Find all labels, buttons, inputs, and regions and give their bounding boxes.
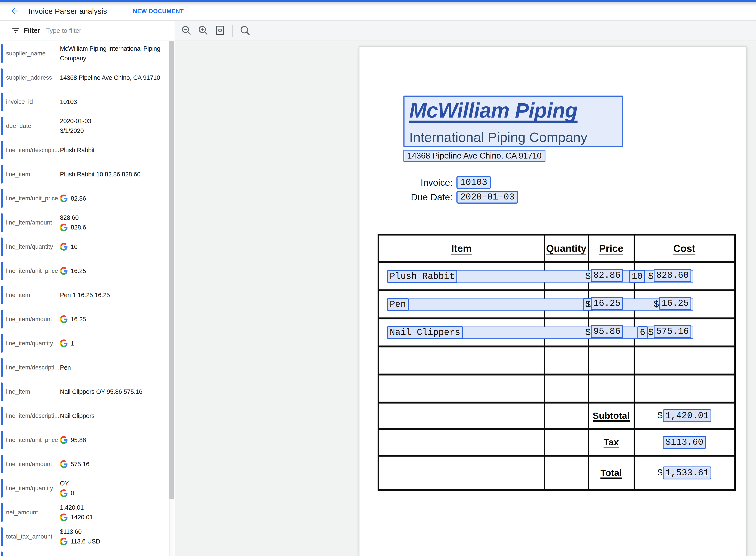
field-row[interactable]: line_item/descripti...Pen	[0, 355, 169, 380]
line-item-highlight[interactable]: Plush Rabbit10$82.86$828.60	[387, 271, 693, 282]
field-row[interactable]: supplier_nameMcWilliam Piping Internatio…	[0, 41, 169, 66]
currency-symbol: $	[657, 411, 663, 421]
field-row[interactable]: line_item/amount575.16	[0, 452, 169, 476]
field-row[interactable]: line_item/quantity1	[0, 331, 169, 355]
quantity-box[interactable]: 6	[637, 326, 648, 339]
field-highlight-pill	[1, 117, 3, 135]
quantity-box[interactable]: 10	[629, 270, 645, 283]
filter-label: Filter	[24, 27, 40, 35]
field-highlight-pill	[1, 552, 3, 556]
field-values: 14368 Pipeline Ave Chino, CA 91710	[60, 73, 164, 82]
item-description-box[interactable]: Plush Rabbit	[387, 270, 457, 283]
zoom-out-button[interactable]	[178, 21, 195, 41]
field-values: OY0	[60, 479, 164, 498]
field-row[interactable]: line_item/amount828.60828.6	[0, 210, 169, 235]
field-highlight-pill	[1, 407, 3, 425]
filter-input[interactable]	[46, 27, 141, 34]
total-amount-box[interactable]: 1,533.61	[663, 466, 711, 480]
sidebar-scrollbar-track[interactable]	[169, 41, 174, 556]
invoice-number-label: Invoice:	[398, 177, 453, 188]
document-canvas[interactable]: McWilliam Piping International Piping Co…	[175, 41, 756, 556]
invoice-line-row: Nail Clippers6$95.86$575.16	[379, 317, 734, 346]
amount-box[interactable]: 16.25	[659, 297, 691, 310]
invoice-line-row: Pen1$16.25$16.25	[379, 289, 734, 317]
item-description-box[interactable]: Pen	[387, 298, 409, 311]
field-value: 1,420.01	[60, 503, 84, 513]
field-label: line_item/unit_price	[6, 437, 60, 443]
total-amount-box[interactable]: $113.60	[663, 436, 706, 449]
supplier-address-highlight[interactable]: 14368 Pipeline Ave Chino, CA 91710	[404, 150, 545, 162]
field-values: Plush Rabbit	[60, 145, 164, 155]
field-row[interactable]: total_tax_amount$113.60113.6 USD	[0, 524, 169, 549]
field-label: line_item/amount	[6, 461, 60, 467]
field-value: Plush Rabbit 10 82.86 828.60	[60, 170, 141, 179]
table-cell	[588, 376, 634, 402]
table-cell	[379, 404, 544, 428]
field-values: 575.16	[60, 459, 164, 469]
field-row[interactable]: line_itemPlush Rabbit 10 82.86 828.60	[0, 162, 169, 186]
column-header: Cost	[673, 243, 695, 254]
field-row[interactable]: line_item/quantityOY0	[0, 476, 169, 500]
field-row[interactable]: line_itemNail Clippers OY 95.86 575.16	[0, 380, 169, 404]
table-cell	[544, 430, 588, 455]
field-value-line: $113.60	[60, 527, 164, 536]
field-row[interactable]: due_date2020-01-033/1/2020	[0, 114, 169, 138]
line-item-highlight[interactable]: Pen1$16.25$16.25	[387, 299, 693, 311]
amount-box[interactable]: 575.16	[654, 325, 691, 338]
currency-symbol: $	[648, 271, 654, 282]
unit-price-box[interactable]: 16.25	[591, 297, 623, 310]
table-cell	[379, 430, 544, 455]
field-row[interactable]: supplier_address14368 Pipeline Ave Chino…	[0, 66, 169, 90]
field-row[interactable]: total_amount1,533.61	[0, 549, 169, 556]
field-value-line: Plush Rabbit	[60, 145, 164, 155]
zoom-in-button[interactable]	[195, 21, 212, 41]
field-value: 10	[71, 242, 78, 252]
field-row[interactable]: net_amount1,420.011420.01	[0, 500, 169, 524]
field-row[interactable]: line_itemPen 1 16.25 16.25	[0, 283, 169, 307]
table-header-cell: Cost	[634, 236, 734, 262]
field-value: 10103	[60, 97, 77, 107]
extracted-fields-sidebar: Filter supplier_nameMcWilliam Piping Int…	[0, 21, 174, 556]
page-title: Invoice Parser analysis	[29, 7, 107, 15]
field-highlight-pill	[1, 334, 3, 353]
field-row[interactable]: line_item/descripti...Plush Rabbit	[0, 138, 169, 162]
table-cell: Tax	[588, 430, 634, 455]
search-document-button[interactable]	[237, 21, 254, 41]
table-cell	[634, 347, 734, 374]
field-value-line: 1420.01	[60, 513, 164, 522]
line-item-highlight[interactable]: Nail Clippers6$95.86$575.16	[387, 326, 693, 339]
field-row[interactable]: line_item/unit_price82.86	[0, 186, 169, 210]
amount-box[interactable]: 828.60	[654, 269, 691, 282]
item-description-box[interactable]: Nail Clippers	[387, 326, 463, 339]
sidebar-scrollbar-thumb[interactable]	[169, 41, 174, 499]
back-button[interactable]	[8, 5, 21, 18]
field-highlight-pill	[1, 431, 3, 449]
total-amount-box[interactable]: 1,420.01	[663, 409, 711, 422]
field-value: Pen	[60, 363, 71, 373]
invoice-id-highlight[interactable]: 10103	[456, 176, 491, 189]
field-row[interactable]: invoice_id10103	[0, 90, 169, 114]
field-label: line_item/unit_price	[6, 195, 60, 202]
field-row[interactable]: line_item/descripti...Nail Clippers	[0, 404, 169, 428]
field-value: 575.16	[71, 459, 89, 469]
field-values: $113.60113.6 USD	[60, 527, 164, 546]
supplier-name-highlight[interactable]: McWilliam Piping International Piping Co…	[404, 96, 623, 147]
field-value-line: Nail Clippers	[60, 411, 164, 421]
field-highlight-pill	[1, 141, 3, 160]
invoice-line-row: Plush Rabbit10$82.86$828.60	[379, 262, 734, 289]
field-row[interactable]: line_item/unit_price95.86	[0, 428, 169, 452]
new-document-button[interactable]: NEW DOCUMENT	[133, 8, 184, 15]
field-row[interactable]: line_item/quantity10	[0, 235, 169, 259]
field-values: 95.86	[60, 435, 164, 445]
field-value: 82.86	[71, 194, 86, 203]
field-label: line_item/descripti...	[6, 364, 60, 371]
field-value: 828.60	[60, 213, 79, 222]
due-date-highlight[interactable]: 2020-01-03	[456, 190, 518, 204]
field-row[interactable]: line_item/amount16.25	[0, 307, 169, 331]
field-value-line: 10	[60, 242, 164, 252]
field-highlight-pill	[1, 527, 3, 546]
unit-price-box[interactable]: 82.86	[591, 269, 623, 282]
unit-price-box[interactable]: 95.86	[591, 325, 623, 338]
field-row[interactable]: line_item/unit_price16.25	[0, 259, 169, 283]
fit-width-button[interactable]	[212, 21, 228, 41]
